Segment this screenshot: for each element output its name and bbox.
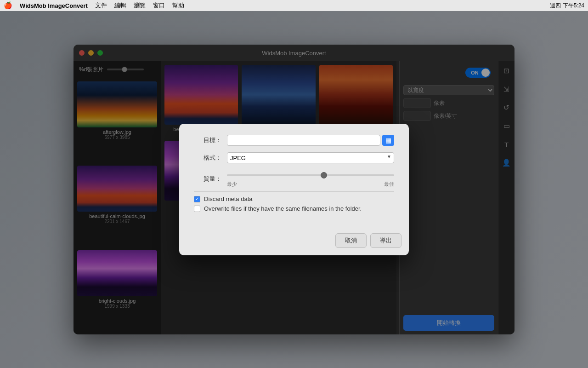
format-select-wrapper: JPEG — [227, 152, 394, 163]
overwrite-files-checkbox[interactable] — [194, 206, 200, 212]
desktop: WidsMob ImageConvert %d張照片 afterg — [0, 11, 588, 368]
menu-edit[interactable]: 編輯 — [114, 1, 126, 10]
overwrite-files-label: Overwrite files if they have the same fi… — [204, 205, 362, 212]
quality-min-label: 最少 — [227, 181, 237, 188]
folder-icon: ▦ — [385, 137, 391, 144]
modal-divider — [194, 191, 394, 192]
quality-track[interactable] — [227, 174, 394, 176]
cancel-button[interactable]: 取消 — [335, 233, 367, 248]
menubar-right: 週四 下午5:24 — [550, 2, 584, 10]
menu-view[interactable]: 瀏覽 — [134, 1, 146, 10]
quality-label: 質量： — [194, 175, 221, 183]
format-select[interactable]: JPEG — [227, 152, 394, 163]
modal-buttons: 取消 導出 — [179, 230, 409, 255]
discard-meta-label: Discard meta data — [204, 196, 253, 202]
quality-row: 質量： 最少 最佳 — [194, 170, 394, 188]
quality-max-label: 最佳 — [384, 181, 394, 188]
format-row: 格式： JPEG — [194, 152, 394, 163]
target-row: 目標： ▦ — [194, 135, 394, 146]
discard-meta-checkbox[interactable]: ✓ — [194, 196, 200, 202]
modal-overlay: 目標： ▦ 格式： JPEG 質量 — [0, 11, 588, 368]
format-label: 格式： — [194, 154, 221, 162]
modal-content: 目標： ▦ 格式： JPEG 質量 — [179, 124, 409, 230]
export-button[interactable]: 導出 — [370, 233, 401, 248]
quality-labels: 最少 最佳 — [227, 181, 394, 188]
folder-button[interactable]: ▦ — [382, 135, 394, 146]
target-input[interactable] — [227, 135, 380, 146]
modal-options: ✓ Discard meta data Overwrite files if t… — [194, 196, 394, 218]
menu-window[interactable]: 窗口 — [153, 1, 165, 10]
checkbox-row-1: ✓ Discard meta data — [194, 196, 394, 202]
target-label: 目標： — [194, 136, 221, 144]
check-mark-icon: ✓ — [195, 196, 199, 201]
apple-menu[interactable]: 🍎 — [4, 1, 12, 10]
checkbox-row-2: Overwrite files if they have the same fi… — [194, 205, 394, 212]
quality-slider-container: 最少 最佳 — [227, 170, 394, 188]
app-name: WidsMob ImageConvert — [20, 2, 88, 9]
menu-help[interactable]: 幫助 — [172, 1, 184, 10]
quality-thumb — [321, 172, 327, 178]
menubar: 🍎 WidsMob ImageConvert 文件 編輯 瀏覽 窗口 幫助 週四… — [0, 0, 588, 11]
export-modal: 目標： ▦ 格式： JPEG 質量 — [179, 124, 409, 255]
menu-file[interactable]: 文件 — [95, 1, 107, 10]
menubar-time: 週四 下午5:24 — [550, 2, 584, 10]
